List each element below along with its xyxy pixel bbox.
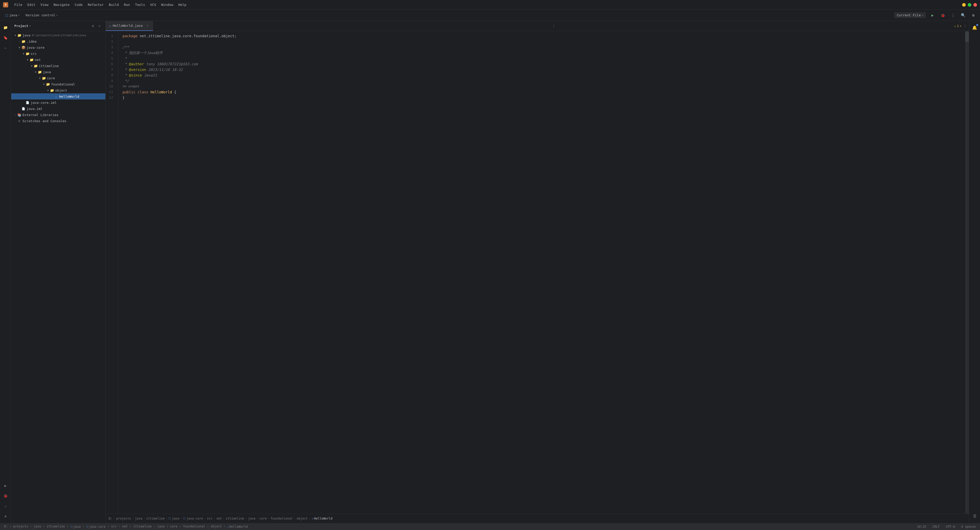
tree-label-src: src <box>30 52 37 56</box>
breadcrumb-ittimeline[interactable]: ittimeline <box>146 517 165 520</box>
breadcrumb-src[interactable]: src <box>207 517 213 520</box>
breadcrumb-sep-12: › <box>294 517 296 520</box>
problems-panel-btn[interactable]: 🗄 <box>970 512 979 521</box>
current-file-selector[interactable]: Current File ▾ <box>894 12 926 18</box>
tree-item-java-pkg[interactable]: ▼ 📁 java <box>11 69 105 75</box>
annotation-since: @since <box>129 73 142 78</box>
code-content[interactable]: package net.ittimeline.java.core.foundat… <box>118 31 965 514</box>
panel-dropdown-icon[interactable]: ▾ <box>29 24 31 27</box>
breadcrumb-foundational[interactable]: foundational <box>270 517 293 520</box>
tree-item-java-root[interactable]: ▼ 📁 java D:\projects\java\ittimeline\jav… <box>11 32 105 38</box>
menu-run[interactable]: Run <box>122 2 132 7</box>
code-line-9: */ <box>123 78 961 84</box>
tree-item-java-core[interactable]: ▼ 📦 java-core <box>11 44 105 51</box>
menu-help[interactable]: Help <box>177 2 188 7</box>
breadcrumb-sep-8: › <box>223 517 224 520</box>
status-path[interactable]: D: › projects › java › ittimeline › ⬡jav… <box>3 524 249 529</box>
status-indent[interactable]: 4 spaces <box>960 524 977 529</box>
editor-tab-helloworld[interactable]: ☕ HelloWorld.java × <box>106 21 153 31</box>
menu-file[interactable]: File <box>12 2 24 7</box>
sidebar-bookmarks-btn[interactable]: 🔖 <box>1 33 10 42</box>
sidebar-debug-btn[interactable]: 🐞 <box>1 491 10 500</box>
menu-tools[interactable]: Tools <box>133 2 147 7</box>
breadcrumb-d[interactable]: D: <box>109 517 112 520</box>
settings-button[interactable]: ⚙ <box>970 12 977 19</box>
editor-settings-btn[interactable]: ⋮ <box>963 24 967 28</box>
menu-vcs[interactable]: VCS <box>148 2 158 7</box>
run-button[interactable]: ▶ <box>929 12 936 19</box>
line-num-12: 12 <box>106 95 115 100</box>
tree-item-external-libraries[interactable]: › 📚 External Libraries <box>11 112 105 118</box>
menu-build[interactable]: Build <box>107 2 121 7</box>
tree-item-java-iml[interactable]: 📄 java.iml <box>11 106 105 112</box>
tree-label-external-libraries: External Libraries <box>22 113 59 117</box>
status-encoding[interactable]: UTF-8 <box>945 524 956 529</box>
status-line-ending[interactable]: CRLF <box>931 524 941 529</box>
folder-icon-idea: 📁 <box>21 39 25 43</box>
breadcrumb-net[interactable]: net <box>216 517 222 520</box>
line-num-6: 6 <box>106 61 115 67</box>
notifications-btn[interactable]: 🔔 <box>970 23 979 32</box>
tree-item-scratches[interactable]: ≡ Scratches and Consoles <box>11 118 105 124</box>
window-minimize[interactable] <box>962 3 966 6</box>
sidebar-run-btn[interactable]: ▶ <box>1 481 10 490</box>
panel-close-btn[interactable]: × <box>97 23 102 29</box>
breadcrumb-sep-4: › <box>165 517 167 520</box>
breadcrumb-object[interactable]: object <box>297 517 307 520</box>
breadcrumb-helloworld[interactable]: ☕HelloWorld <box>312 517 332 520</box>
keyword-package: package <box>123 33 138 39</box>
version-control-button[interactable]: Version control ▾ <box>23 12 60 18</box>
breadcrumb-projects[interactable]: projects <box>116 517 131 520</box>
space-3 <box>172 89 174 95</box>
window-maximize[interactable] <box>968 3 971 6</box>
tree-item-src[interactable]: ▼ 📁 src <box>11 51 105 57</box>
tree-item-ittimeline[interactable]: ▼ 📁 ittimeline <box>11 63 105 69</box>
toolbar-right: Current File ▾ ▶ 🐞 ⋮ 🔍 ⚙ <box>894 12 977 19</box>
tree-item-java-core-iml[interactable]: 📄 java-core.iml <box>11 100 105 106</box>
menu-code[interactable]: Code <box>73 2 85 7</box>
window-close[interactable] <box>974 3 977 6</box>
breadcrumb-sep-10: › <box>256 517 258 520</box>
keyword-class: class <box>138 89 148 95</box>
menu-view[interactable]: View <box>38 2 51 7</box>
breadcrumb-java2[interactable]: ⬡java <box>169 517 179 520</box>
folder-icon-foundational: 📁 <box>46 82 50 86</box>
breadcrumb-sep-6: › <box>204 517 206 520</box>
breadcrumb-core[interactable]: core <box>259 517 267 520</box>
menu-edit[interactable]: Edit <box>25 2 37 7</box>
tree-item-core[interactable]: ▼ 📁 core <box>11 75 105 81</box>
menu-refactor[interactable]: Refactor <box>86 2 106 7</box>
menu-window[interactable]: Window <box>159 2 175 7</box>
tree-item-foundational[interactable]: ▼ 📁 foundational <box>11 81 105 87</box>
debug-button[interactable]: 🐞 <box>939 12 946 19</box>
tab-more-btn[interactable]: ⋮ <box>549 21 558 31</box>
folder-icon-java-core: 📦 <box>21 45 25 49</box>
breadcrumb-java[interactable]: java <box>135 517 142 520</box>
breadcrumb-java-core[interactable]: ⬡java-core <box>183 517 203 520</box>
annotation-version: @version <box>129 67 146 73</box>
tree-item-helloworld[interactable]: ☕ HelloWorld <box>11 94 105 100</box>
tree-item-idea[interactable]: › 📁 .idea <box>11 38 105 44</box>
breadcrumb-ittimeline2[interactable]: ittimeline <box>226 517 244 520</box>
code-line-3: /** <box>123 44 961 50</box>
more-actions-button[interactable]: ⋮ <box>950 12 956 19</box>
tree-item-object[interactable]: ▼ 📁 object <box>11 87 105 94</box>
tab-close-btn[interactable]: × <box>145 24 149 28</box>
sidebar-problems-btn[interactable]: ⚠ <box>1 501 10 511</box>
current-file-label: Current File <box>897 13 921 17</box>
breadcrumb-sep-7: › <box>213 517 215 520</box>
sidebar-commit-btn[interactable]: ⊚ <box>1 512 10 521</box>
sidebar-more-btn[interactable]: ⋯ <box>1 43 10 52</box>
search-everywhere-button[interactable]: 🔍 <box>959 12 967 19</box>
breadcrumb-java3[interactable]: java <box>248 517 256 520</box>
menu-navigate[interactable]: Navigate <box>52 2 72 7</box>
panel-settings-btn[interactable]: ⚙ <box>90 23 96 29</box>
tree-item-net[interactable]: ▼ 📁 net <box>11 57 105 63</box>
sidebar-project-btn[interactable]: 📁 <box>1 23 10 32</box>
warning-indicator[interactable]: ⚠ 1 ∧ <box>954 24 961 28</box>
breadcrumb-sep-11: › <box>268 517 269 520</box>
scroll-thumb[interactable] <box>965 32 969 42</box>
project-selector[interactable]: ⬡ java ▾ <box>3 12 22 18</box>
tree-arrow-core: ▼ <box>38 76 42 80</box>
status-line-col[interactable]: 10:25 <box>916 524 927 529</box>
